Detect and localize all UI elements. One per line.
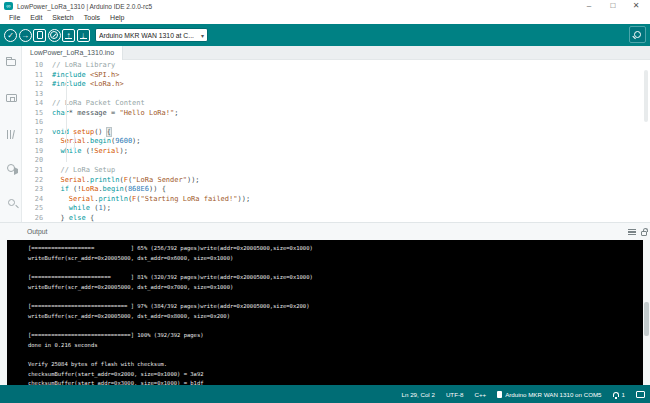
output-panel-title: Output: [27, 228, 47, 235]
window-title: LowPower_LoRa_1310 | Arduino IDE 2.0.0-r…: [17, 3, 152, 10]
sidebar: [0, 46, 22, 222]
output-line: [28, 321, 643, 331]
menu-sketch[interactable]: Sketch: [47, 12, 78, 24]
output-scrollbar[interactable]: [644, 302, 649, 336]
output-line: checksumBuffer(start_addr=0x2000, size=0…: [28, 370, 643, 380]
sidebar-item-sketchbook[interactable]: [0, 50, 22, 74]
sidebar-item-search[interactable]: [0, 190, 22, 214]
output-line: [=================== ] 65% (256/392 page…: [28, 244, 643, 254]
output-line: [28, 263, 643, 273]
encoding[interactable]: UTF-8: [446, 391, 464, 398]
books-icon: [6, 130, 16, 139]
output-line: [28, 292, 643, 302]
menu-tools[interactable]: Tools: [79, 12, 105, 24]
lock-scroll-icon[interactable]: [641, 231, 647, 236]
indent-guide: [66, 77, 67, 162]
save-button[interactable]: ↓: [77, 29, 90, 42]
output-line: done in 0.216 seconds: [28, 341, 643, 351]
open-button[interactable]: ↑: [62, 29, 75, 42]
sidebar-item-library-manager[interactable]: [0, 122, 22, 146]
cursor-position[interactable]: Ln 29, Col 2: [402, 391, 435, 398]
menu-edit[interactable]: Edit: [25, 12, 47, 24]
board-status-label: Arduino MKR WAN 1310 on COM5: [505, 391, 601, 398]
menu-file[interactable]: File: [4, 12, 25, 24]
panel-icon: [636, 391, 645, 398]
arduino-ide-window: ∞ LowPower_LoRa_1310 | Arduino IDE 2.0.0…: [0, 0, 650, 403]
board-status[interactable]: Arduino MKR WAN 1310 on COM5: [497, 391, 601, 398]
code-line: 10// LoRa Library: [22, 61, 650, 71]
chevron-down-icon: ▾: [201, 32, 204, 39]
code-line: 19 while (!Serial);: [22, 147, 650, 157]
arrow-down-icon: ↓: [81, 30, 85, 41]
menu-bar: File Edit Sketch Tools Help: [0, 12, 650, 24]
board-selector-dropdown[interactable]: Arduino MKR WAN 1310 at C... ▾: [95, 28, 208, 42]
code-line: 20: [22, 156, 650, 166]
code-line: 21 // LoRa Setup: [22, 166, 650, 176]
close-button[interactable]: ✕: [625, 0, 647, 12]
document-icon: [37, 31, 43, 39]
output-line: Verify 25084 bytes of flash with checksu…: [28, 360, 643, 370]
search-icon: [8, 199, 15, 206]
arrow-right-icon: →: [21, 30, 29, 41]
code-line: 14// LoRa Packet Content: [22, 99, 650, 109]
new-sketch-button[interactable]: [33, 29, 46, 42]
output-menu-icon[interactable]: [628, 229, 636, 235]
editor-scrollbar[interactable]: [644, 70, 648, 122]
maximize-button[interactable]: □: [602, 0, 624, 12]
toggle-panel[interactable]: [636, 391, 645, 398]
code-line: 25 while (1);: [22, 204, 650, 214]
minimize-button[interactable]: –: [578, 0, 600, 12]
status-bar: Ln 29, Col 2 UTF-8 C++ Arduino MKR WAN 1…: [0, 385, 650, 403]
output-line: [==============================] 100% (3…: [28, 331, 643, 341]
verify-button[interactable]: ✓: [4, 29, 17, 42]
code-area: 10// LoRa Library11#include <SPI.h>12#in…: [22, 61, 650, 222]
output-line: writeBuffer(scr_addr=0x20005000, dst_add…: [28, 283, 643, 293]
output-line: [28, 350, 643, 360]
code-line: 17void setup() {: [22, 128, 650, 138]
board-plug-icon: [497, 391, 502, 398]
code-line: 22 Serial.println(F("LoRa Sender"));: [22, 176, 650, 186]
code-line: 23 if (!LoRa.begin(868E6)) {: [22, 185, 650, 195]
code-line: 13: [22, 90, 650, 100]
bug-icon: [7, 164, 15, 172]
output-line: [============================= ] 97% (38…: [28, 302, 643, 312]
magnifier-icon: [634, 31, 641, 38]
code-line: 24 Serial.println(F("Starting LoRa faile…: [22, 195, 650, 205]
output-console: [=================== ] 65% (256/392 page…: [7, 240, 643, 385]
app-icon: ∞: [4, 2, 13, 10]
tab-sketch-file[interactable]: LowPower_LoRa_1310.ino: [22, 46, 123, 60]
sidebar-item-boards-manager[interactable]: [0, 86, 22, 110]
output-panel: [=================== ] 65% (256/392 page…: [0, 240, 650, 385]
language-mode[interactable]: C++: [474, 391, 486, 398]
code-line: 26 } else {: [22, 214, 650, 222]
serial-monitor-button[interactable]: [629, 26, 646, 43]
code-line: 12#include <LoRa.h>: [22, 80, 650, 90]
notifications[interactable]: 1: [613, 391, 625, 398]
code-line: 11#include <SPI.h>: [22, 71, 650, 81]
output-line: [======================== ] 81% (320/392…: [28, 273, 643, 283]
menu-help[interactable]: Help: [105, 12, 129, 24]
board-icon: [6, 94, 17, 102]
code-line: 18 Serial.begin(9600);: [22, 137, 650, 147]
debug-button[interactable]: [48, 29, 61, 42]
toolbar: ✓ → ↑ ↓ Arduino MKR WAN 1310 at C... ▾: [0, 24, 650, 46]
debug-icon: [50, 31, 58, 39]
output-line: writeBuffer(scr_addr=0x20005000, dst_add…: [28, 254, 643, 264]
code-line: 15char* message = "Hello LoRa!";: [22, 109, 650, 119]
upload-button[interactable]: →: [19, 29, 32, 42]
output-line: writeBuffer(scr_addr=0x20005000, dst_add…: [28, 312, 643, 322]
sidebar-item-debug[interactable]: [0, 156, 22, 180]
title-bar: ∞ LowPower_LoRa_1310 | Arduino IDE 2.0.0…: [0, 0, 650, 12]
tab-bar: LowPower_LoRa_1310.ino: [22, 46, 650, 60]
code-line: 16: [22, 118, 650, 128]
folder-icon: [6, 59, 16, 66]
output-panel-header: Output: [0, 222, 650, 240]
indent-guide: [74, 134, 75, 154]
arrow-up-icon: ↑: [67, 30, 71, 41]
board-selector-label: Arduino MKR WAN 1310 at C...: [99, 32, 199, 39]
code-editor[interactable]: 10// LoRa Library11#include <SPI.h>12#in…: [22, 60, 650, 222]
notification-count: 1: [622, 391, 625, 398]
bell-icon: [613, 392, 619, 397]
check-icon: ✓: [7, 30, 14, 41]
